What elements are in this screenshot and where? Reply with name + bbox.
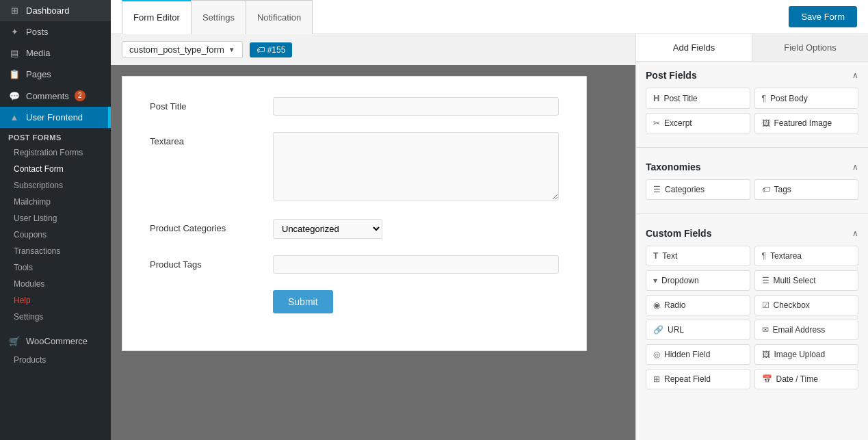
- sidebar-item-media[interactable]: ▤ Media: [0, 42, 111, 64]
- field-btn-text[interactable]: T Text: [646, 246, 750, 266]
- right-panel: Add Fields Field Options Post Fields ∧ H: [635, 34, 868, 440]
- form-name-selector[interactable]: custom_post_type_form ▼: [122, 41, 243, 58]
- post-fields-toggle[interactable]: ∧: [852, 70, 858, 80]
- tab-settings[interactable]: Settings: [191, 0, 246, 34]
- field-btn-hidden-field[interactable]: ◎ Hidden Field: [646, 344, 750, 365]
- textarea-input[interactable]: [273, 132, 559, 200]
- sidebar-item-label: Dashboard: [26, 5, 70, 16]
- field-btn-date-time[interactable]: 📅 Date / Time: [754, 369, 859, 389]
- right-panel-tabs: Add Fields Field Options: [636, 34, 868, 62]
- url-icon: 🔗: [653, 325, 663, 335]
- post-fields-title: Post Fields: [646, 70, 697, 81]
- sidebar-item-settings[interactable]: Settings: [0, 309, 111, 325]
- sidebar-item-tools[interactable]: Tools: [0, 259, 111, 276]
- field-label-product-tags: Product Tags: [150, 255, 259, 270]
- field-btn-tags[interactable]: 🏷 Tags: [754, 179, 859, 200]
- sidebar-item-label: Comments: [26, 91, 69, 101]
- save-form-button[interactable]: Save Form: [789, 6, 857, 27]
- sidebar-item-help[interactable]: Help: [0, 292, 111, 309]
- form-id-icon: 🏷: [257, 45, 265, 55]
- sidebar-item-label: Pages: [26, 69, 51, 79]
- sidebar-item-user-listing[interactable]: User Listing: [0, 210, 111, 227]
- post-forms-header: Post Forms: [0, 128, 111, 144]
- hidden-field-icon: ◎: [653, 350, 660, 359]
- sidebar-item-label: User Frontend: [26, 112, 83, 122]
- tab-form-editor[interactable]: Form Editor: [122, 0, 192, 34]
- taxonomies-toggle[interactable]: ∧: [852, 162, 858, 172]
- field-btn-repeat-field[interactable]: ⊞ Repeat Field: [646, 369, 750, 389]
- tab-add-fields[interactable]: Add Fields: [636, 34, 752, 61]
- post-title-icon: H: [653, 93, 659, 103]
- woocommerce-label: WooCommerce: [26, 336, 88, 346]
- multi-select-icon: ☰: [762, 276, 770, 285]
- field-btn-featured-image[interactable]: 🖼 Featured Image: [754, 113, 859, 133]
- comments-badge: 2: [75, 90, 86, 101]
- sidebar: ⊞ Dashboard ✦ Posts ▤ Media 📋 Pages 💬 Co…: [0, 0, 111, 440]
- form-name-text: custom_post_type_form: [129, 44, 224, 55]
- image-upload-icon: 🖼: [762, 350, 770, 359]
- post-body-icon: ¶: [762, 94, 766, 103]
- sidebar-item-user-frontend[interactable]: ▲ User Frontend: [0, 107, 111, 128]
- post-fields-section: Post Fields ∧ H Post Title ¶ Post Body: [636, 62, 868, 142]
- post-fields-header: Post Fields ∧: [646, 70, 858, 81]
- field-btn-email-address[interactable]: ✉ Email Address: [754, 320, 859, 340]
- section-divider-2: [636, 213, 868, 214]
- date-time-icon: 📅: [762, 374, 772, 384]
- field-btn-post-body[interactable]: ¶ Post Body: [754, 88, 859, 109]
- field-control-product-tags: [273, 255, 559, 274]
- field-btn-checkbox[interactable]: ☑ Checkbox: [754, 295, 859, 315]
- sidebar-item-products[interactable]: Products: [0, 352, 111, 368]
- custom-fields-toggle[interactable]: ∧: [852, 229, 858, 238]
- text-icon: T: [653, 251, 658, 261]
- sidebar-item-registration-forms[interactable]: Registration Forms: [0, 144, 111, 161]
- sidebar-item-contact-form[interactable]: Contact Form: [0, 161, 111, 177]
- field-btn-textarea[interactable]: ¶ Textarea: [754, 246, 859, 266]
- product-tags-input[interactable]: [273, 255, 559, 274]
- field-btn-dropdown[interactable]: ▾ Dropdown: [646, 270, 750, 291]
- sidebar-item-woocommerce[interactable]: 🛒 WooCommerce: [0, 331, 111, 352]
- field-btn-image-upload[interactable]: 🖼 Image Upload: [754, 344, 859, 365]
- sidebar-item-label: Media: [26, 48, 50, 58]
- form-canvas: Post Title Textarea: [111, 65, 635, 440]
- post-fields-grid: H Post Title ¶ Post Body ✂ Excerpt 🖼: [646, 88, 858, 133]
- pages-icon: 📋: [8, 69, 21, 79]
- woocommerce-icon: 🛒: [8, 336, 21, 346]
- field-btn-radio[interactable]: ◉ Radio: [646, 295, 750, 315]
- checkbox-icon: ☑: [762, 300, 770, 310]
- products-label: Products: [14, 355, 46, 365]
- post-title-input[interactable]: [273, 97, 559, 116]
- sidebar-item-pages[interactable]: 📋 Pages: [0, 64, 111, 85]
- sidebar-item-transactions[interactable]: Transactions: [0, 243, 111, 259]
- field-row-post-title: Post Title: [150, 97, 559, 116]
- tab-field-options[interactable]: Field Options: [752, 34, 868, 61]
- product-categories-select[interactable]: Uncategorized: [273, 219, 382, 239]
- custom-fields-title: Custom Fields: [646, 228, 711, 239]
- submit-button[interactable]: Submit: [273, 290, 333, 313]
- field-btn-post-title[interactable]: H Post Title: [646, 88, 750, 109]
- sidebar-item-mailchimp[interactable]: Mailchimp: [0, 194, 111, 210]
- featured-image-icon: 🖼: [762, 118, 770, 128]
- custom-fields-header: Custom Fields ∧: [646, 228, 858, 239]
- topbar: Form Editor Settings Notification Save F…: [111, 0, 868, 34]
- field-btn-url[interactable]: 🔗 URL: [646, 320, 750, 340]
- mailchimp-label: Mailchimp: [14, 197, 51, 207]
- sidebar-item-modules[interactable]: Modules: [0, 276, 111, 292]
- subscriptions-label: Subscriptions: [14, 181, 63, 190]
- field-btn-categories[interactable]: ☰ Categories: [646, 179, 750, 200]
- field-btn-excerpt[interactable]: ✂ Excerpt: [646, 113, 750, 133]
- sidebar-item-subscriptions[interactable]: Subscriptions: [0, 177, 111, 194]
- sidebar-item-dashboard[interactable]: ⊞ Dashboard: [0, 0, 111, 21]
- field-btn-multi-select[interactable]: ☰ Multi Select: [754, 270, 859, 291]
- sidebar-item-posts[interactable]: ✦ Posts: [0, 21, 111, 42]
- coupons-label: Coupons: [14, 230, 47, 240]
- tools-label: Tools: [14, 263, 33, 272]
- sidebar-item-comments[interactable]: 💬 Comments 2: [0, 85, 111, 107]
- textarea-icon: ¶: [762, 251, 766, 261]
- user-listing-label: User Listing: [14, 213, 57, 223]
- tab-notification[interactable]: Notification: [246, 0, 313, 34]
- field-control-post-title: [273, 97, 559, 116]
- categories-icon: ☰: [653, 185, 661, 194]
- section-divider-1: [636, 147, 868, 148]
- form-area: custom_post_type_form ▼ 🏷 #155 Post Titl…: [111, 34, 635, 440]
- sidebar-item-coupons[interactable]: Coupons: [0, 227, 111, 243]
